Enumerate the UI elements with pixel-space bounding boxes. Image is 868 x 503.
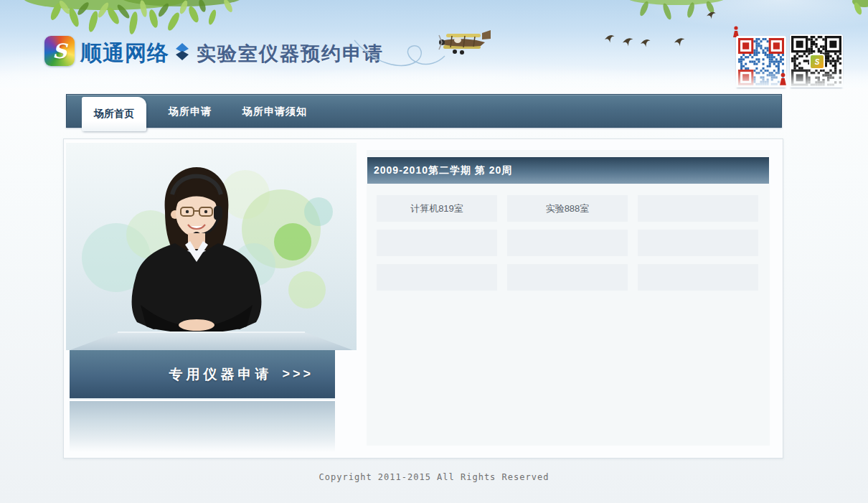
schedule-title: 2009-2010第二学期 第 20周	[374, 164, 512, 176]
person-marker-icon	[779, 72, 787, 85]
schedule-title-bar: 2009-2010第二学期 第 20周	[367, 157, 769, 184]
room-cell[interactable]: 计算机819室	[377, 195, 497, 222]
banner-arrows-icon: >>>	[282, 367, 313, 382]
brand-name[interactable]: 顺通网络	[80, 39, 169, 68]
main-nav: 场所首页 场所申请 场所申请须知	[66, 94, 782, 128]
service-agent-illustration	[66, 143, 357, 350]
diamond-separator-icon	[176, 43, 189, 60]
tab-label: 场所首页	[94, 108, 134, 121]
page: S 顺通网络 实验室仪器预约申请	[0, 0, 868, 503]
schedule-panel: 2009-2010第二学期 第 20周 计算机819室 实验888室	[367, 150, 770, 446]
corner-leaf-icon	[845, 0, 868, 17]
brand-logo-letter: S	[52, 39, 67, 63]
service-agent-photo	[66, 141, 357, 350]
room-cell-empty	[377, 230, 497, 256]
leaves-left-icon	[13, 0, 257, 37]
brand-logo[interactable]: S	[44, 36, 75, 66]
promo-panel: 专用仪器申请 >>>	[66, 141, 357, 452]
tab-venue-home[interactable]: 场所首页	[82, 97, 146, 131]
banner-label: 专用仪器申请	[169, 365, 272, 384]
room-cell[interactable]: 实验888室	[507, 195, 628, 222]
swirl-line-decoration	[353, 34, 446, 74]
content-area: 专用仪器申请 >>> 2009-2010第二学期 第 20周 计算机819室 实…	[63, 138, 783, 459]
room-cell-empty	[507, 264, 628, 291]
room-cell-empty	[638, 230, 758, 256]
room-cell-empty	[638, 264, 758, 291]
room-cell-empty	[638, 195, 758, 222]
footer-copyright: Copyright 2011-2015 All Rights Reserved	[0, 472, 868, 482]
room-cell-empty	[377, 264, 497, 291]
room-cell-empty	[507, 230, 628, 256]
tab-venue-apply-notice[interactable]: 场所申请须知	[239, 95, 311, 128]
tab-venue-apply[interactable]: 场所申请	[164, 95, 216, 128]
special-instrument-apply-banner[interactable]: 专用仪器申请 >>>	[70, 350, 335, 400]
flying-birds-icon	[599, 7, 728, 56]
header-fade	[0, 69, 868, 88]
biplane-icon	[436, 29, 497, 59]
qr-center-logo-icon: S	[809, 54, 825, 70]
banner-reflection	[70, 401, 335, 452]
